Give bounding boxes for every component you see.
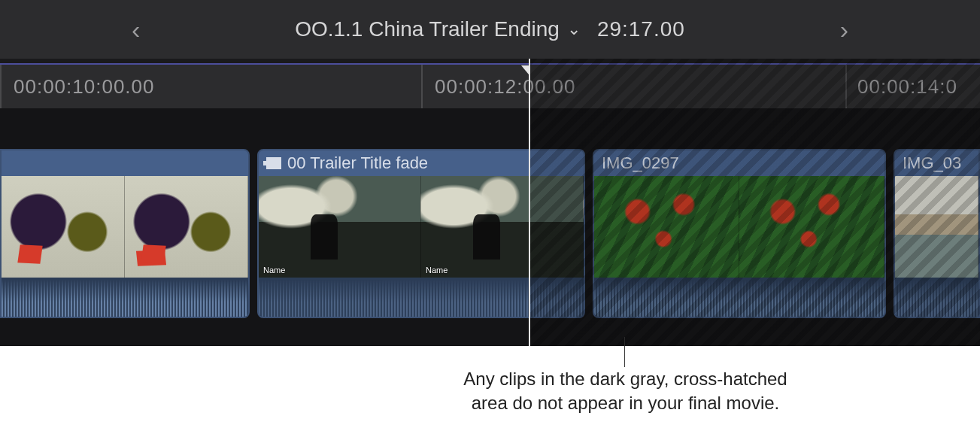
clip-audio-waveform <box>259 278 584 318</box>
clip-thumbnails <box>594 176 884 278</box>
ruler-label: 00:00:10:00.00 <box>14 75 155 99</box>
caption-line1: Any clips in the dark gray, cross-hatche… <box>463 369 787 389</box>
clip[interactable]: 00 Trailer Title fade Name Name <box>257 149 585 318</box>
ruler-label: 00:00:12:00.00 <box>435 75 576 99</box>
clip-thumbnails: Name Name <box>259 176 584 278</box>
track-area: 00 Trailer Title fade Name Name IMG_0297 <box>0 108 980 346</box>
ruler-tick <box>845 65 847 108</box>
caption-line2: area do not appear in your final movie. <box>472 393 780 413</box>
clip-header <box>2 150 248 176</box>
playhead-handle-icon[interactable] <box>521 65 529 74</box>
clip-thumbnail: Name <box>259 176 421 278</box>
clip-thumbnails <box>2 176 248 278</box>
clip-audio-waveform <box>895 278 978 318</box>
clip[interactable]: IMG_0297 <box>593 149 886 318</box>
clip-thumbnail <box>2 176 125 278</box>
annotation-caption: Any clips in the dark gray, cross-hatche… <box>0 346 980 428</box>
clip-label: IMG_03 <box>903 150 961 176</box>
clip-audio-waveform <box>594 278 884 318</box>
clip-header: 00 Trailer Title fade <box>259 150 584 176</box>
ruler-tick <box>421 65 423 108</box>
callout-line <box>624 337 625 367</box>
playhead[interactable] <box>529 59 530 346</box>
title-clip-icon <box>266 157 281 169</box>
time-ruler[interactable]: 00:00:10:00.00 00:00:12:00.00 00:00:14:0 <box>0 65 980 108</box>
clip[interactable]: IMG_03 <box>894 149 980 318</box>
ruler-tick <box>0 65 2 108</box>
clip-label: IMG_0297 <box>602 150 679 176</box>
clip-thumbnail: Name <box>421 176 584 278</box>
project-title-text: OO.1.1 China Trailer Ending <box>295 17 560 41</box>
prev-edit-arrow[interactable]: ‹ <box>132 17 140 42</box>
clip[interactable] <box>0 149 250 318</box>
timeline-area[interactable]: 00:00:10:00.00 00:00:12:00.00 00:00:14:0 <box>0 59 980 346</box>
next-edit-arrow[interactable]: › <box>840 17 848 42</box>
clip-thumbnail <box>594 176 739 278</box>
project-duration-timecode: 29:17.00 <box>597 17 685 41</box>
header-center-group: OO.1.1 China Trailer Ending ⌄ 29:17.00 <box>295 17 685 41</box>
clip-header: IMG_0297 <box>594 150 884 176</box>
clip-thumbnail <box>895 176 978 278</box>
chevron-down-icon: ⌄ <box>567 20 581 39</box>
video-editor-timeline: ‹ OO.1.1 China Trailer Ending ⌄ 29:17.00… <box>0 0 980 346</box>
clip-thumbnail <box>739 176 884 278</box>
timeline-header: ‹ OO.1.1 China Trailer Ending ⌄ 29:17.00… <box>0 0 980 59</box>
clip-header: IMG_03 <box>895 150 978 176</box>
clip-thumbnail <box>125 176 248 278</box>
primary-storyline: 00 Trailer Title fade Name Name IMG_0297 <box>0 149 980 318</box>
project-title-dropdown[interactable]: OO.1.1 China Trailer Ending ⌄ <box>295 17 581 41</box>
clip-audio-waveform <box>2 278 248 318</box>
clip-thumbnails <box>895 176 978 278</box>
ruler-label: 00:00:14:0 <box>857 75 957 99</box>
caption-text: Any clips in the dark gray, cross-hatche… <box>430 367 821 416</box>
clip-label: 00 Trailer Title fade <box>287 150 428 176</box>
